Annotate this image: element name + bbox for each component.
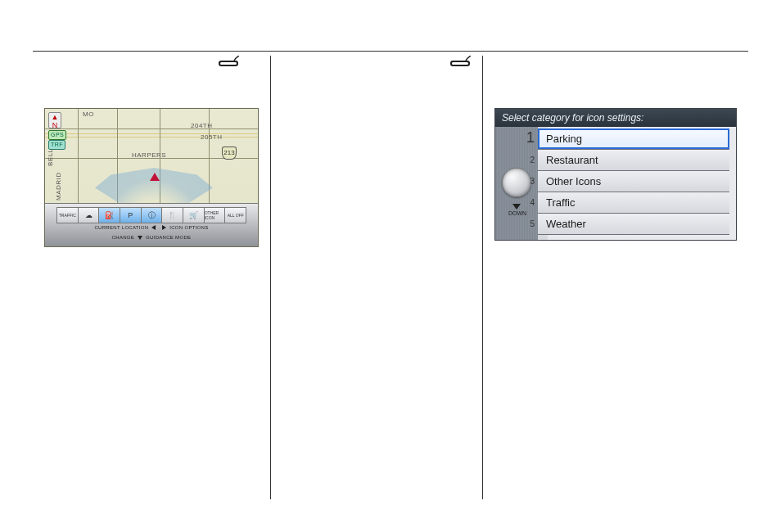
tool-shopping[interactable]: 🛒 (183, 207, 204, 223)
settings-item-weather[interactable]: Weather (538, 214, 729, 235)
map-toolbar: TRAFFIC ☁ ⛽ P ⓘ 🍴 🛒 OTHER ICON ALL OFF C… (45, 203, 258, 246)
svg-rect-1 (220, 62, 237, 65)
settings-body: DOWN Parking Restaurant Other Icons Traf… (495, 127, 736, 240)
toolbar-labels-1: CURRENT LOCATION ICON OPTIONS (45, 225, 258, 230)
street-bell: BELL (47, 148, 54, 166)
toolbar-icons: TRAFFIC ☁ ⛽ P ⓘ 🍴 🛒 OTHER ICON ALL OFF (56, 207, 246, 223)
phone-icon (449, 56, 471, 70)
svg-rect-3 (452, 62, 468, 65)
tool-parking[interactable]: P (120, 207, 141, 223)
tool-gas[interactable]: ⛽ (98, 207, 120, 223)
tool-info[interactable]: ⓘ (141, 207, 162, 223)
settings-title: Select category for icon settings: (495, 109, 736, 128)
gps-badge: GPS (48, 130, 66, 140)
chevron-down-icon (512, 204, 521, 210)
tool-weather[interactable]: ☁ (78, 207, 99, 223)
settings-item-other-icons[interactable]: Other Icons (538, 171, 729, 192)
page: ▲N GPS TRF MO HARPERS BELL MADRID 204TH … (0, 0, 781, 532)
street-204: 204TH (191, 122, 213, 129)
phone-icon (218, 56, 239, 70)
down-indicator[interactable]: DOWN (508, 204, 525, 216)
compass-icon: ▲N (48, 112, 61, 128)
vehicle-icon (150, 173, 160, 181)
col-middle (270, 56, 482, 499)
icon-settings-screenshot: Select category for icon settings: DOWN … (494, 108, 737, 241)
street-harpers: HARPERS (132, 151, 166, 159)
street-madrid: MADRID (55, 172, 62, 201)
tool-traffic[interactable]: TRAFFIC (56, 207, 78, 223)
settings-item-restaurant[interactable]: Restaurant (538, 150, 729, 171)
street-205: 205TH (201, 133, 223, 141)
tool-other[interactable]: OTHER ICON (204, 207, 225, 223)
settings-item-traffic[interactable]: Traffic (538, 192, 729, 214)
map-screenshot: ▲N GPS TRF MO HARPERS BELL MADRID 204TH … (44, 108, 259, 247)
settings-item-parking[interactable]: Parking (538, 128, 729, 150)
settings-list: Parking Restaurant Other Icons Traffic W… (538, 128, 729, 235)
col-right: Select category for icon settings: DOWN … (482, 56, 748, 499)
route-shield: 213 (222, 147, 237, 160)
col-left: ▲N GPS TRF MO HARPERS BELL MADRID 204TH … (33, 56, 270, 499)
tool-food[interactable]: 🍴 (161, 207, 183, 223)
top-rule (33, 51, 748, 52)
columns: ▲N GPS TRF MO HARPERS BELL MADRID 204TH … (33, 56, 748, 499)
tool-alloff[interactable]: ALL OFF (224, 207, 246, 223)
street-mo: MO (83, 110, 94, 118)
toolbar-labels-2: CHANGE GUIDANCE MODE (45, 235, 258, 240)
